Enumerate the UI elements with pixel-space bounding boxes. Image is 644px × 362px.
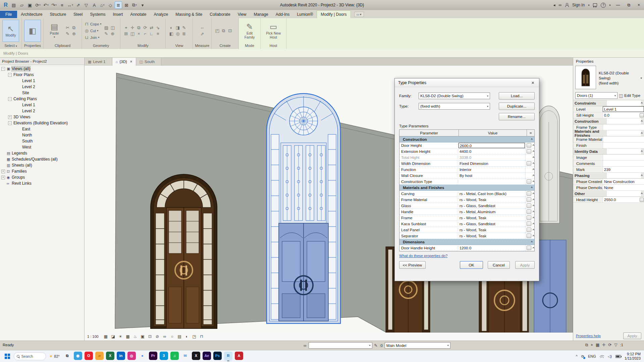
type-parameter-row[interactable]: Extension Height 4400.0 ^ (399, 148, 534, 155)
app-folder-icon[interactable]: ▰ (95, 352, 104, 361)
type-parameter-row[interactable]: Door Height 2600.0 ^ (399, 142, 534, 148)
ribbon-tab[interactable]: View (234, 11, 250, 18)
ribbon-tab[interactable]: Analyze (150, 11, 172, 18)
collapse-group-icon[interactable]: ^ (533, 198, 534, 201)
collapse-group-icon[interactable]: ^ (641, 150, 643, 153)
collapse-group-icon[interactable]: ^ (533, 180, 534, 183)
collapse-group-icon[interactable]: ^ (641, 174, 643, 177)
edit-type-icon[interactable]: ◫ (619, 93, 623, 98)
tree-item[interactable]: Level 1 (0, 102, 84, 108)
ok-button[interactable]: OK (460, 261, 483, 269)
project-browser-header[interactable]: Project Browser - Project2 (0, 58, 84, 65)
collapse-group-icon[interactable]: ^ (533, 192, 534, 195)
visual-style-icon[interactable]: ◪ (110, 334, 116, 340)
start-button[interactable] (5, 354, 10, 359)
type-parameter-row[interactable]: Door Handle Height 1200.0 ^ (399, 245, 534, 251)
app-photoshop-icon[interactable]: Ps (213, 352, 222, 361)
ribbon-tab[interactable]: Annotate (126, 11, 150, 18)
clock[interactable]: 9:12 PM 1/11/2023 (625, 352, 641, 361)
default-3d-view-icon[interactable]: ⌂▾ (99, 1, 106, 9)
open-icon[interactable]: ▱▾ (18, 1, 25, 9)
type-parameter-row[interactable]: Function Interior ^ (399, 167, 534, 173)
shadows-icon[interactable]: ▩ (125, 334, 131, 340)
tree-item[interactable]: Site (0, 90, 84, 96)
close-inactive-views-icon[interactable]: ⊠▾ (123, 1, 130, 9)
app-excel-icon[interactable]: X (106, 352, 114, 361)
tree-toggle[interactable]: − (8, 73, 12, 77)
property-row-button[interactable] (640, 113, 644, 117)
property-row[interactable]: Head Height 2550.0 ^ (573, 197, 644, 203)
app-spotify-icon[interactable]: ♫ (170, 352, 179, 361)
tree-item[interactable]: − Ceiling Plans (0, 96, 84, 102)
app-linkedin-icon[interactable]: in (117, 352, 125, 361)
close-view-icon[interactable]: × (130, 59, 132, 64)
cutaway-icon[interactable]: ◧ (168, 31, 174, 37)
type-parameter-row[interactable]: Frame rs - Wood, Teak ^ (399, 215, 534, 221)
door-element-far-right[interactable] (538, 106, 559, 223)
collapse-group-icon[interactable]: ^ (533, 222, 534, 226)
aligned-dimension-icon[interactable]: ⇗▾ (74, 1, 82, 9)
cope-button[interactable]: ⊓ Cope ▾ (84, 21, 101, 27)
collapse-group-icon[interactable]: ^ (641, 132, 643, 135)
copy-to-clipboard-icon[interactable]: ⧉ (71, 25, 77, 31)
tree-item[interactable]: Level 2 (0, 84, 84, 90)
type-parameter-row[interactable]: Wall Closure By host ^ (399, 173, 534, 179)
pin-icon[interactable]: ≡ (155, 31, 161, 37)
dialog-title-bar[interactable]: Type Properties × (395, 78, 539, 87)
tree-item[interactable]: North (0, 132, 84, 138)
edit-family-button[interactable]: ✎ Edit Family (241, 20, 258, 42)
trim-icon[interactable]: ⌐ (142, 31, 148, 37)
join-button[interactable]: ⊔ Join ▾ (84, 35, 101, 41)
delete-icon[interactable]: × (136, 31, 142, 37)
wall-joins-icon[interactable]: ▨ (103, 25, 109, 31)
tray-chevron-icon[interactable]: ^ (576, 354, 578, 358)
tree-toggle[interactable]: − (8, 121, 12, 125)
tree-item[interactable]: Level 1 (0, 78, 84, 84)
print-icon[interactable]: ≡▾ (58, 1, 66, 9)
type-parameter-row[interactable]: Construction Type ^ (399, 179, 534, 185)
type-dropdown[interactable]: (fixed wdth) ▾ (419, 103, 490, 110)
collapse-group-icon[interactable]: ^ (533, 228, 534, 232)
collapse-group-icon[interactable]: ^ (531, 138, 533, 141)
tree-toggle[interactable]: + (8, 115, 12, 119)
reveal-hidden-elements-icon[interactable]: ○ (169, 334, 175, 340)
type-parameter-row[interactable]: Leaf Panel rs - Wood, Teak ^ (399, 227, 534, 233)
collapse-group-icon[interactable]: ^ (533, 162, 534, 165)
property-row[interactable]: Frame Material ^ (573, 136, 644, 142)
collapse-group-icon[interactable]: ^ (533, 204, 534, 207)
ribbon-tab[interactable]: File (0, 11, 17, 18)
undo-icon[interactable]: ↶▾ (42, 1, 50, 9)
sun-path-icon[interactable]: ☀ (118, 334, 123, 340)
worksets-icon[interactable]: ∞ (304, 343, 307, 348)
design-option-dropdown[interactable]: Main Model ▾ (385, 342, 450, 349)
collapse-group-icon[interactable]: ^ (533, 216, 534, 220)
type-parameter-row[interactable]: Total Hight 3338.0 ^ (399, 155, 534, 161)
minimize-button[interactable]: — (614, 3, 622, 7)
property-row[interactable]: Construction ^ (573, 118, 644, 124)
help-icon[interactable]: ? (601, 3, 606, 8)
split-icon[interactable]: ∟ (148, 31, 155, 37)
tree-item[interactable]: ▥ Sheets (all) (0, 162, 84, 168)
collapse-group-icon[interactable]: ^ (533, 150, 534, 153)
property-row[interactable]: Image ^ (573, 155, 644, 161)
element-filter-dropdown[interactable]: Doors (1) ▾ (575, 92, 618, 99)
collapse-group-icon[interactable]: ^ (533, 234, 534, 238)
app-store-cart-icon[interactable] (593, 3, 597, 7)
properties-toggle-button[interactable]: ◧ (24, 20, 41, 42)
tree-toggle[interactable]: − (1, 67, 5, 71)
property-row[interactable]: Level Level 1 ^ (573, 106, 644, 112)
type-parameter-row[interactable]: Glass rs - Glass, Sandblast ^ (399, 203, 534, 209)
ribbon-tab[interactable]: Manage (250, 11, 272, 18)
type-selector-caret-icon[interactable]: ▾ (640, 76, 642, 80)
file-tabs-icon[interactable]: ▤▾ (10, 1, 17, 9)
palette-apply-button[interactable]: Apply (623, 333, 641, 339)
property-row[interactable]: Materials and Finishes ^ (573, 130, 644, 136)
type-parameter-row[interactable]: Construction ^ (399, 136, 534, 142)
active-workset-dropdown[interactable]: ▾ (309, 342, 372, 349)
modify-tool-button[interactable]: ↖ Modify (2, 20, 19, 42)
cut-to-clipboard-icon[interactable]: ✂ (64, 25, 71, 31)
tree-item[interactable]: + ◉ Groups (0, 174, 84, 180)
door-element-brown-left[interactable] (151, 174, 217, 328)
app-revit-icon[interactable]: R (224, 352, 232, 361)
split-face-icon[interactable]: ✎ (103, 31, 109, 37)
